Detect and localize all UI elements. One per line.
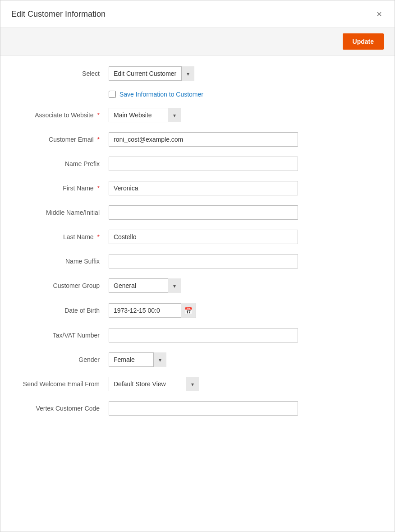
customer-group-wrapper: General Wholesale Retailer [109,278,181,293]
send-welcome-row: Send Welcome Email From Default Store Vi… [18,377,377,391]
tax-vat-row: Tax/VAT Number [18,328,377,342]
associate-website-wrapper: Main Website [109,108,181,122]
tax-vat-input[interactable] [109,328,298,342]
middle-name-control [109,205,298,220]
date-of-birth-input[interactable] [109,303,181,318]
tax-vat-control [109,328,298,342]
gender-wrapper: Female Male Not Specified [109,352,166,367]
associate-website-dropdown[interactable]: Main Website [109,108,181,122]
send-welcome-dropdown[interactable]: Default Store View [109,377,199,391]
edit-customer-modal: Edit Customer Information × Update Selec… [0,0,395,532]
vertex-code-label: Vertex Customer Code [18,405,109,412]
gender-control: Female Male Not Specified [109,352,298,367]
save-checkbox-label: Save Information to Customer [119,91,203,98]
modal-title: Edit Customer Information [11,9,106,19]
tax-vat-label: Tax/VAT Number [18,332,109,339]
send-welcome-wrapper: Default Store View [109,377,199,391]
first-name-control [109,181,298,195]
send-welcome-label: Send Welcome Email From [18,380,109,388]
customer-email-row: Customer Email * [18,132,377,147]
calendar-button[interactable]: 📅 [181,303,196,318]
customer-email-input[interactable] [109,132,298,147]
select-wrapper: Edit Current Customer Create New Custome… [109,66,194,81]
date-of-birth-row: Date of Birth 📅 [18,303,377,318]
customer-group-label: Customer Group [18,282,109,289]
date-input-wrapper: 📅 [109,303,298,318]
gender-dropdown[interactable]: Female Male Not Specified [109,352,166,367]
select-row: Select Edit Current Customer Create New … [18,66,377,81]
select-dropdown[interactable]: Edit Current Customer Create New Custome… [109,66,194,81]
name-prefix-label: Name Prefix [18,160,109,167]
close-button[interactable]: × [375,8,384,20]
customer-group-dropdown[interactable]: General Wholesale Retailer [109,278,181,293]
send-welcome-control: Default Store View [109,377,298,391]
last-name-label: Last Name * [18,233,109,241]
select-label: Select [18,70,109,77]
select-control: Edit Current Customer Create New Custome… [109,66,298,81]
associate-website-control: Main Website [109,108,298,122]
name-suffix-input[interactable] [109,254,298,268]
update-button[interactable]: Update [343,33,384,50]
middle-name-input[interactable] [109,205,298,220]
customer-group-control: General Wholesale Retailer [109,278,298,293]
customer-group-row: Customer Group General Wholesale Retaile… [18,278,377,293]
date-of-birth-label: Date of Birth [18,307,109,314]
name-suffix-label: Name Suffix [18,258,109,265]
name-prefix-input[interactable] [109,157,298,171]
first-name-input[interactable] [109,181,298,195]
save-checkbox-row: Save Information to Customer [109,91,377,98]
associate-website-row: Associate to Website * Main Website [18,108,377,122]
vertex-code-control [109,401,298,416]
name-suffix-row: Name Suffix [18,254,377,268]
toolbar: Update [0,28,395,56]
form-body: Select Edit Current Customer Create New … [0,56,395,436]
date-of-birth-control: 📅 [109,303,298,318]
gender-label: Gender [18,356,109,363]
customer-email-control [109,132,298,147]
name-suffix-control [109,254,298,268]
middle-name-label: Middle Name/Initial [18,209,109,216]
middle-name-row: Middle Name/Initial [18,205,377,220]
last-name-row: Last Name * [18,230,377,244]
save-checkbox[interactable] [109,91,116,98]
modal-header: Edit Customer Information × [0,0,395,28]
associate-website-label: Associate to Website * [18,111,109,119]
first-name-label: First Name * [18,185,109,192]
first-name-row: First Name * [18,181,377,195]
customer-email-label: Customer Email * [18,136,109,143]
vertex-code-row: Vertex Customer Code [18,401,377,416]
name-prefix-control [109,157,298,171]
gender-row: Gender Female Male Not Specified [18,352,377,367]
name-prefix-row: Name Prefix [18,157,377,171]
last-name-control [109,230,298,244]
last-name-input[interactable] [109,230,298,244]
vertex-code-input[interactable] [109,401,298,416]
